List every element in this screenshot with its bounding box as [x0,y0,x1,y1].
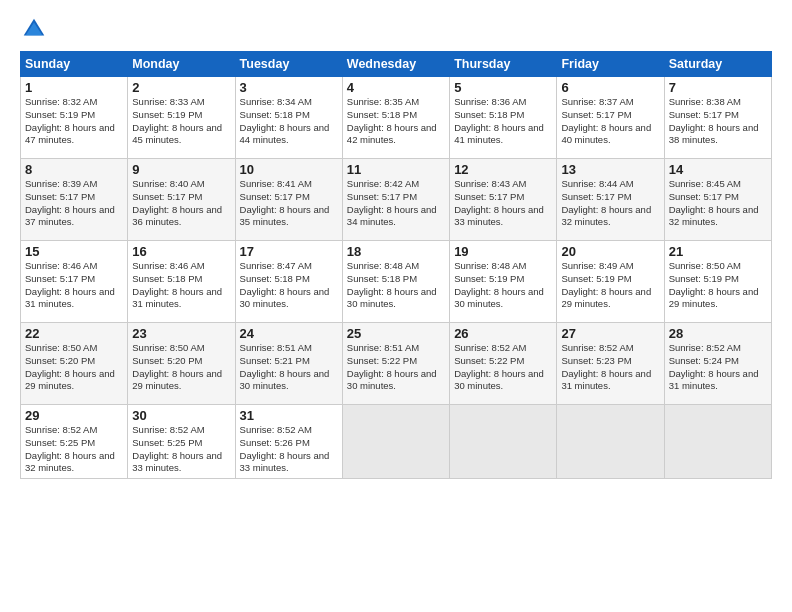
calendar-cell: 26 Sunrise: 8:52 AMSunset: 5:22 PMDaylig… [450,323,557,405]
calendar-cell: 5 Sunrise: 8:36 AMSunset: 5:18 PMDayligh… [450,77,557,159]
day-number: 5 [454,80,552,95]
calendar-cell: 24 Sunrise: 8:51 AMSunset: 5:21 PMDaylig… [235,323,342,405]
day-info: Sunrise: 8:50 AMSunset: 5:19 PMDaylight:… [669,260,767,311]
day-number: 25 [347,326,445,341]
calendar-cell: 31 Sunrise: 8:52 AMSunset: 5:26 PMDaylig… [235,405,342,479]
day-info: Sunrise: 8:52 AMSunset: 5:25 PMDaylight:… [132,424,230,475]
calendar-week-1: 1 Sunrise: 8:32 AMSunset: 5:19 PMDayligh… [21,77,772,159]
day-info: Sunrise: 8:52 AMSunset: 5:26 PMDaylight:… [240,424,338,475]
calendar-cell: 21 Sunrise: 8:50 AMSunset: 5:19 PMDaylig… [664,241,771,323]
day-number: 8 [25,162,123,177]
calendar-cell: 19 Sunrise: 8:48 AMSunset: 5:19 PMDaylig… [450,241,557,323]
calendar-week-3: 15 Sunrise: 8:46 AMSunset: 5:17 PMDaylig… [21,241,772,323]
day-number: 31 [240,408,338,423]
calendar-cell: 10 Sunrise: 8:41 AMSunset: 5:17 PMDaylig… [235,159,342,241]
day-info: Sunrise: 8:34 AMSunset: 5:18 PMDaylight:… [240,96,338,147]
day-info: Sunrise: 8:42 AMSunset: 5:17 PMDaylight:… [347,178,445,229]
day-number: 13 [561,162,659,177]
header [20,15,772,43]
calendar-cell: 27 Sunrise: 8:52 AMSunset: 5:23 PMDaylig… [557,323,664,405]
day-info: Sunrise: 8:51 AMSunset: 5:22 PMDaylight:… [347,342,445,393]
day-info: Sunrise: 8:51 AMSunset: 5:21 PMDaylight:… [240,342,338,393]
day-number: 14 [669,162,767,177]
logo-icon [20,15,48,43]
logo [20,15,52,43]
weekday-header-wednesday: Wednesday [342,52,449,77]
weekday-header-monday: Monday [128,52,235,77]
calendar-cell: 17 Sunrise: 8:47 AMSunset: 5:18 PMDaylig… [235,241,342,323]
day-info: Sunrise: 8:50 AMSunset: 5:20 PMDaylight:… [132,342,230,393]
calendar-body: 1 Sunrise: 8:32 AMSunset: 5:19 PMDayligh… [21,77,772,479]
calendar-cell: 14 Sunrise: 8:45 AMSunset: 5:17 PMDaylig… [664,159,771,241]
day-info: Sunrise: 8:32 AMSunset: 5:19 PMDaylight:… [25,96,123,147]
calendar-cell: 16 Sunrise: 8:46 AMSunset: 5:18 PMDaylig… [128,241,235,323]
day-number: 7 [669,80,767,95]
weekday-header-thursday: Thursday [450,52,557,77]
calendar-cell: 9 Sunrise: 8:40 AMSunset: 5:17 PMDayligh… [128,159,235,241]
weekday-header-sunday: Sunday [21,52,128,77]
day-number: 19 [454,244,552,259]
day-info: Sunrise: 8:49 AMSunset: 5:19 PMDaylight:… [561,260,659,311]
calendar-cell: 4 Sunrise: 8:35 AMSunset: 5:18 PMDayligh… [342,77,449,159]
weekday-header-friday: Friday [557,52,664,77]
day-number: 23 [132,326,230,341]
calendar-cell: 1 Sunrise: 8:32 AMSunset: 5:19 PMDayligh… [21,77,128,159]
day-info: Sunrise: 8:52 AMSunset: 5:25 PMDaylight:… [25,424,123,475]
day-info: Sunrise: 8:52 AMSunset: 5:23 PMDaylight:… [561,342,659,393]
day-number: 17 [240,244,338,259]
day-number: 2 [132,80,230,95]
calendar-cell: 11 Sunrise: 8:42 AMSunset: 5:17 PMDaylig… [342,159,449,241]
day-number: 12 [454,162,552,177]
page: SundayMondayTuesdayWednesdayThursdayFrid… [0,0,792,612]
calendar-cell [450,405,557,479]
day-info: Sunrise: 8:52 AMSunset: 5:22 PMDaylight:… [454,342,552,393]
day-number: 6 [561,80,659,95]
calendar-cell: 28 Sunrise: 8:52 AMSunset: 5:24 PMDaylig… [664,323,771,405]
day-info: Sunrise: 8:48 AMSunset: 5:18 PMDaylight:… [347,260,445,311]
day-info: Sunrise: 8:43 AMSunset: 5:17 PMDaylight:… [454,178,552,229]
day-info: Sunrise: 8:44 AMSunset: 5:17 PMDaylight:… [561,178,659,229]
day-info: Sunrise: 8:46 AMSunset: 5:17 PMDaylight:… [25,260,123,311]
calendar-cell: 8 Sunrise: 8:39 AMSunset: 5:17 PMDayligh… [21,159,128,241]
day-info: Sunrise: 8:48 AMSunset: 5:19 PMDaylight:… [454,260,552,311]
day-info: Sunrise: 8:50 AMSunset: 5:20 PMDaylight:… [25,342,123,393]
calendar-cell: 30 Sunrise: 8:52 AMSunset: 5:25 PMDaylig… [128,405,235,479]
calendar-cell: 6 Sunrise: 8:37 AMSunset: 5:17 PMDayligh… [557,77,664,159]
day-info: Sunrise: 8:41 AMSunset: 5:17 PMDaylight:… [240,178,338,229]
calendar-cell: 2 Sunrise: 8:33 AMSunset: 5:19 PMDayligh… [128,77,235,159]
day-number: 26 [454,326,552,341]
day-info: Sunrise: 8:33 AMSunset: 5:19 PMDaylight:… [132,96,230,147]
day-info: Sunrise: 8:45 AMSunset: 5:17 PMDaylight:… [669,178,767,229]
day-number: 10 [240,162,338,177]
calendar-table: SundayMondayTuesdayWednesdayThursdayFrid… [20,51,772,479]
day-number: 28 [669,326,767,341]
calendar-cell: 3 Sunrise: 8:34 AMSunset: 5:18 PMDayligh… [235,77,342,159]
day-info: Sunrise: 8:40 AMSunset: 5:17 PMDaylight:… [132,178,230,229]
day-number: 29 [25,408,123,423]
weekday-header-saturday: Saturday [664,52,771,77]
day-number: 11 [347,162,445,177]
day-number: 21 [669,244,767,259]
calendar-cell: 18 Sunrise: 8:48 AMSunset: 5:18 PMDaylig… [342,241,449,323]
calendar-cell: 7 Sunrise: 8:38 AMSunset: 5:17 PMDayligh… [664,77,771,159]
weekday-header-row: SundayMondayTuesdayWednesdayThursdayFrid… [21,52,772,77]
calendar-week-4: 22 Sunrise: 8:50 AMSunset: 5:20 PMDaylig… [21,323,772,405]
day-number: 24 [240,326,338,341]
day-number: 20 [561,244,659,259]
weekday-header-tuesday: Tuesday [235,52,342,77]
calendar-cell: 29 Sunrise: 8:52 AMSunset: 5:25 PMDaylig… [21,405,128,479]
day-number: 1 [25,80,123,95]
calendar-cell [342,405,449,479]
day-number: 30 [132,408,230,423]
calendar-cell: 25 Sunrise: 8:51 AMSunset: 5:22 PMDaylig… [342,323,449,405]
day-info: Sunrise: 8:38 AMSunset: 5:17 PMDaylight:… [669,96,767,147]
day-number: 22 [25,326,123,341]
day-info: Sunrise: 8:39 AMSunset: 5:17 PMDaylight:… [25,178,123,229]
day-info: Sunrise: 8:37 AMSunset: 5:17 PMDaylight:… [561,96,659,147]
day-info: Sunrise: 8:36 AMSunset: 5:18 PMDaylight:… [454,96,552,147]
day-number: 18 [347,244,445,259]
day-number: 9 [132,162,230,177]
calendar-week-5: 29 Sunrise: 8:52 AMSunset: 5:25 PMDaylig… [21,405,772,479]
calendar-week-2: 8 Sunrise: 8:39 AMSunset: 5:17 PMDayligh… [21,159,772,241]
calendar-cell: 23 Sunrise: 8:50 AMSunset: 5:20 PMDaylig… [128,323,235,405]
